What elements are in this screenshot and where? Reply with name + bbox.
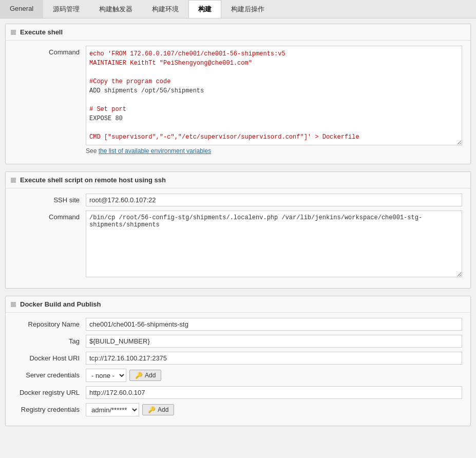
key-icon: 🔑 xyxy=(135,372,143,379)
repo-name-field xyxy=(86,318,462,331)
code-line-8: EXPOSE 80 xyxy=(89,114,459,123)
registry-cred-row: Registry credentials admin/****** 🔑 Add xyxy=(14,403,462,416)
docker-registry-row: Docker registry URL xyxy=(14,386,462,399)
docker-registry-input[interactable] xyxy=(86,386,462,399)
ssh-command-textarea[interactable]: /bin/cp /root/56-config-stg/shipments/.l… xyxy=(86,211,462,277)
docker-registry-field xyxy=(86,386,462,399)
env-variables-link[interactable]: the list of available environment variab… xyxy=(99,147,211,155)
code-line-3 xyxy=(89,68,459,77)
server-cred-field: - none - 🔑 Add xyxy=(86,369,462,382)
code-line-10: CMD ["supervisord","-c","/etc/supervisor… xyxy=(89,132,459,142)
help-text: See the list of available environment va… xyxy=(86,147,462,155)
server-cred-select[interactable]: - none - xyxy=(86,369,126,382)
docker-host-field xyxy=(86,352,462,365)
tab-source[interactable]: 源码管理 xyxy=(43,0,89,18)
execute-shell-header: Execute shell xyxy=(6,24,470,41)
docker-title: Docker Build and Publish xyxy=(20,300,101,308)
docker-body: Repository Name Tag Docker Host URI xyxy=(6,313,470,426)
ssh-command-field: /bin/cp /root/56-config-stg/shipments/.l… xyxy=(86,211,462,279)
tag-field xyxy=(86,335,462,348)
ssh-command-row: Command /bin/cp /root/56-config-stg/ship… xyxy=(14,211,462,279)
main-content: Execute shell Command echo 'FROM 172.60.… xyxy=(0,18,476,438)
ssh-command-wrapper: /bin/cp /root/56-config-stg/shipments/.l… xyxy=(86,211,462,279)
code-line-6 xyxy=(89,96,459,105)
execute-ssh-title: Execute shell script on remote host usin… xyxy=(20,176,166,184)
server-cred-label: Server credentials xyxy=(14,369,86,379)
docker-host-input[interactable] xyxy=(86,352,462,365)
key-icon-2: 🔑 xyxy=(148,406,156,413)
ssh-site-row: SSH site xyxy=(14,194,462,206)
tab-env[interactable]: 构建环境 xyxy=(142,0,188,18)
repo-name-input[interactable] xyxy=(86,318,462,331)
code-line-2: MAINTAINER KeithTt "PeiShengyong@che001.… xyxy=(89,59,459,68)
ssh-site-label: SSH site xyxy=(14,194,86,204)
server-cred-group: - none - 🔑 Add xyxy=(86,369,462,382)
ssh-site-input[interactable] xyxy=(86,194,462,206)
code-line-9 xyxy=(89,123,459,132)
tag-label: Tag xyxy=(14,335,86,345)
command-code-area[interactable]: echo 'FROM 172.60.0.107/che001/che001-56… xyxy=(86,46,462,145)
tabs-bar: General 源码管理 构建触发器 构建环境 构建 构建后操作 xyxy=(0,0,476,18)
server-cred-row: Server credentials - none - 🔑 Add xyxy=(14,369,462,382)
docker-header: Docker Build and Publish xyxy=(6,296,470,313)
tab-build[interactable]: 构建 xyxy=(188,0,221,18)
execute-shell-title: Execute shell xyxy=(20,28,63,36)
tab-post[interactable]: 构建后操作 xyxy=(221,0,274,18)
command-label: Command xyxy=(14,46,86,56)
ssh-site-field xyxy=(86,194,462,206)
tab-trigger[interactable]: 构建触发器 xyxy=(89,0,142,18)
execute-shell-body: Command echo 'FROM 172.60.0.107/che001/c… xyxy=(6,41,470,164)
repo-name-label: Repository Name xyxy=(14,318,86,328)
code-line-5: ADD shipments /opt/5G/shipments xyxy=(89,86,459,96)
ssh-command-label: Command xyxy=(14,211,86,221)
registry-cred-select[interactable]: admin/****** xyxy=(86,403,139,416)
execute-ssh-header: Execute shell script on remote host usin… xyxy=(6,172,470,188)
docker-section: Docker Build and Publish Repository Name… xyxy=(5,296,471,426)
docker-registry-label: Docker registry URL xyxy=(14,386,86,396)
execute-ssh-body: SSH site Command /bin/cp /root/56-config… xyxy=(6,188,470,288)
execute-shell-command-row: Command echo 'FROM 172.60.0.107/che001/c… xyxy=(14,46,462,155)
code-line-4: #Copy the program code xyxy=(89,77,459,86)
registry-cred-group: admin/****** 🔑 Add xyxy=(86,403,462,416)
execute-ssh-section: Execute shell script on remote host usin… xyxy=(5,171,471,289)
server-cred-add-button[interactable]: 🔑 Add xyxy=(129,370,161,381)
docker-host-label: Docker Host URI xyxy=(14,352,86,362)
registry-cred-add-button[interactable]: 🔑 Add xyxy=(142,404,174,415)
tag-row: Tag xyxy=(14,335,462,348)
registry-cred-label: Registry credentials xyxy=(14,403,86,413)
code-line-7: # Set port xyxy=(89,105,459,114)
tab-general[interactable]: General xyxy=(0,0,43,18)
code-line-1: echo 'FROM 172.60.0.107/che001/che001-56… xyxy=(89,49,459,59)
registry-cred-field: admin/****** 🔑 Add xyxy=(86,403,462,416)
command-field: echo 'FROM 172.60.0.107/che001/che001-56… xyxy=(86,46,462,155)
execute-shell-section: Execute shell Command echo 'FROM 172.60.… xyxy=(5,24,471,164)
docker-host-row: Docker Host URI xyxy=(14,352,462,365)
repo-name-row: Repository Name xyxy=(14,318,462,331)
tag-input[interactable] xyxy=(86,335,462,348)
